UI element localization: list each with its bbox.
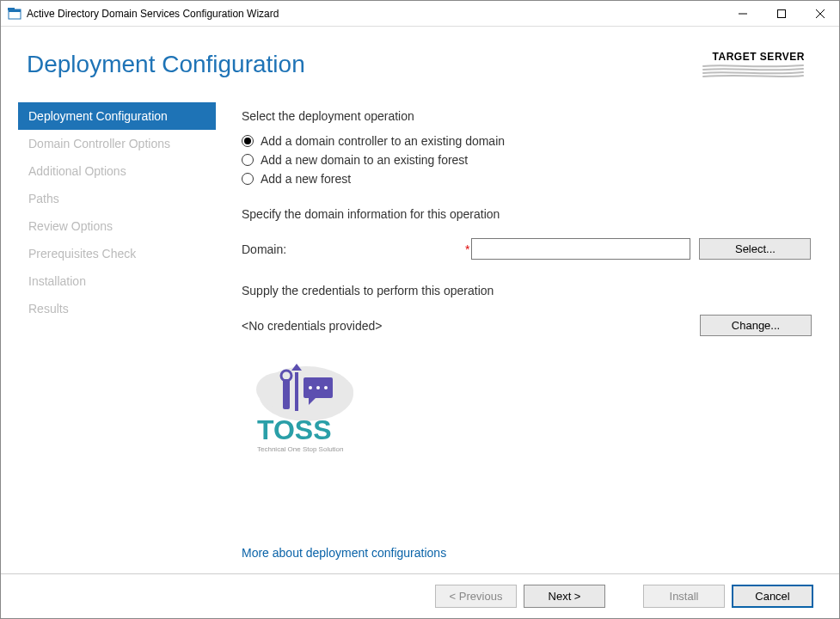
maximize-icon	[777, 9, 786, 18]
credentials-text: <No credentials provided>	[242, 319, 700, 333]
step-deployment-configuration[interactable]: Deployment Configuration	[18, 102, 216, 130]
domain-label: Domain:	[242, 242, 465, 256]
watermark-logo: TOSS Technical One Stop Solution	[242, 355, 812, 458]
credentials-row: <No credentials provided> Change...	[242, 315, 812, 336]
svg-point-15	[316, 386, 320, 389]
minimize-icon	[739, 9, 747, 18]
radio-icon	[242, 135, 254, 147]
target-server-redacted	[702, 63, 805, 78]
window-controls	[723, 1, 839, 26]
maximize-button[interactable]	[762, 1, 800, 26]
install-button: Install	[643, 585, 725, 608]
supply-credentials-label: Supply the credentials to perform this o…	[242, 284, 812, 297]
radio-label: Add a domain controller to an existing d…	[261, 134, 505, 148]
specify-domain-label: Specify the domain information for this …	[242, 207, 812, 221]
radio-icon	[242, 173, 254, 185]
deployment-operation-radios: Add a domain controller to an existing d…	[242, 132, 812, 188]
radio-icon	[242, 154, 254, 166]
window-title: Active Directory Domain Services Configu…	[27, 8, 723, 20]
minimize-button[interactable]	[723, 1, 762, 26]
header: Deployment Configuration TARGET SERVER	[1, 27, 839, 94]
step-review-options: Review Options	[18, 212, 216, 240]
svg-rect-4	[777, 9, 785, 17]
svg-rect-12	[295, 372, 298, 411]
radio-add-dc-existing-domain[interactable]: Add a domain controller to an existing d…	[242, 132, 812, 150]
more-about-link[interactable]: More about deployment configurations	[242, 546, 812, 560]
previous-button: < Previous	[435, 585, 517, 608]
domain-row: Domain: * Select...	[242, 238, 812, 260]
toss-logo-icon: TOSS Technical One Stop Solution	[242, 355, 371, 458]
step-prerequisites-check: Prerequisites Check	[18, 240, 216, 267]
svg-text:Technical One Stop Solution: Technical One Stop Solution	[257, 445, 344, 453]
svg-point-16	[324, 386, 328, 389]
svg-text:TOSS: TOSS	[257, 414, 332, 445]
radio-label: Add a new domain to an existing forest	[261, 153, 468, 167]
svg-rect-10	[283, 379, 290, 409]
radio-add-domain-existing-forest[interactable]: Add a new domain to an existing forest	[242, 150, 812, 169]
step-results: Results	[18, 295, 216, 322]
svg-point-14	[309, 386, 312, 389]
wizard-window: Active Directory Domain Services Configu…	[0, 0, 840, 619]
radio-label: Add a new forest	[261, 172, 351, 186]
step-installation: Installation	[18, 267, 216, 295]
domain-input[interactable]	[471, 238, 690, 260]
step-domain-controller-options: Domain Controller Options	[18, 130, 216, 157]
wizard-footer: < Previous Next > Install Cancel	[1, 573, 839, 618]
wizard-steps: Deployment Configuration Domain Controll…	[18, 94, 216, 573]
required-asterisk: *	[465, 242, 469, 256]
change-credentials-button[interactable]: Change...	[700, 315, 812, 336]
svg-rect-2	[8, 8, 15, 10]
step-paths: Paths	[18, 185, 216, 212]
close-button[interactable]	[800, 1, 839, 26]
target-server-box: TARGET SERVER	[702, 51, 805, 82]
page-title: Deployment Configuration	[27, 51, 702, 78]
app-icon	[8, 7, 21, 21]
wizard-content: Select the deployment operation Add a do…	[216, 94, 813, 573]
close-icon	[816, 9, 825, 18]
radio-add-new-forest[interactable]: Add a new forest	[242, 169, 812, 188]
target-server-label: TARGET SERVER	[702, 51, 805, 63]
wizard-body: Deployment Configuration Domain Controll…	[1, 94, 839, 573]
step-additional-options: Additional Options	[18, 157, 216, 185]
titlebar: Active Directory Domain Services Configu…	[1, 1, 839, 27]
next-button[interactable]: Next >	[524, 585, 605, 608]
select-domain-button[interactable]: Select...	[699, 238, 811, 260]
cancel-button[interactable]: Cancel	[732, 585, 813, 608]
select-operation-label: Select the deployment operation	[242, 109, 812, 123]
